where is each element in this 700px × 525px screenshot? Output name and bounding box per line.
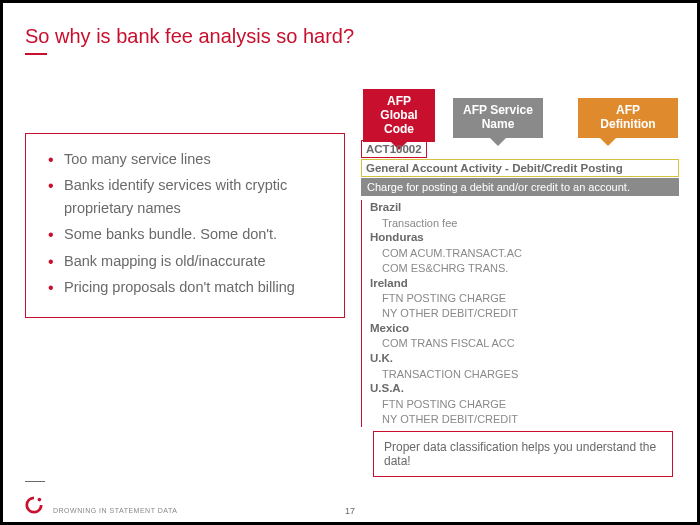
bullet-item: Banks identify services with cryptic pro…	[52, 174, 330, 219]
afp-definition-row: Charge for posting a debit and/or credit…	[361, 178, 679, 196]
country-header: Ireland	[370, 276, 679, 292]
logo-icon	[25, 496, 43, 514]
afp-code: ACT10002	[361, 140, 427, 158]
title-underline	[25, 53, 47, 55]
service-line: COM ES&CHRG TRANS.	[370, 261, 679, 276]
country-list: Brazil Transaction fee Honduras COM ACUM…	[361, 200, 679, 427]
bullets-list: Too many service lines Banks identify se…	[52, 148, 330, 299]
service-line: Transaction fee	[370, 216, 679, 231]
bullet-item: Too many service lines	[52, 148, 330, 170]
tag-global-code: AFP Global Code	[363, 89, 435, 142]
country-header: U.K.	[370, 351, 679, 367]
footer-text: DROWNING IN STATEMENT DATA	[53, 507, 177, 514]
slide-frame: So why is bank fee analysis so hard? Too…	[0, 0, 700, 525]
service-line: COM TRANS FISCAL ACC	[370, 336, 679, 351]
country-header: Mexico	[370, 321, 679, 337]
bullet-item: Pricing proposals don't match billing	[52, 276, 330, 298]
country-header: Brazil	[370, 200, 679, 216]
service-line: TRANSACTION CHARGES	[370, 367, 679, 382]
country-header: U.S.A.	[370, 381, 679, 397]
tag-definition: AFP Definition	[578, 98, 678, 138]
bullets-box: Too many service lines Banks identify se…	[25, 133, 345, 318]
afp-panel: ACT10002 General Account Activity - Debi…	[361, 139, 679, 427]
classification-note: Proper data classification helps you und…	[373, 431, 673, 477]
bullet-item: Some banks bundle. Some don't.	[52, 223, 330, 245]
slide-title: So why is bank fee analysis so hard?	[25, 25, 354, 48]
page-number: 17	[345, 506, 355, 516]
svg-point-0	[38, 498, 42, 502]
tag-service-name: AFP Service Name	[453, 98, 543, 138]
service-line: NY OTHER DEBIT/CREDIT	[370, 306, 679, 321]
footer-divider	[25, 481, 45, 482]
service-line: FTN POSTING CHARGE	[370, 397, 679, 412]
service-line: FTN POSTING CHARGE	[370, 291, 679, 306]
service-line: NY OTHER DEBIT/CREDIT	[370, 412, 679, 427]
country-header: Honduras	[370, 230, 679, 246]
bullet-item: Bank mapping is old/inaccurate	[52, 250, 330, 272]
afp-service-name: General Account Activity - Debit/Credit …	[361, 159, 679, 177]
service-line: COM ACUM.TRANSACT.AC	[370, 246, 679, 261]
